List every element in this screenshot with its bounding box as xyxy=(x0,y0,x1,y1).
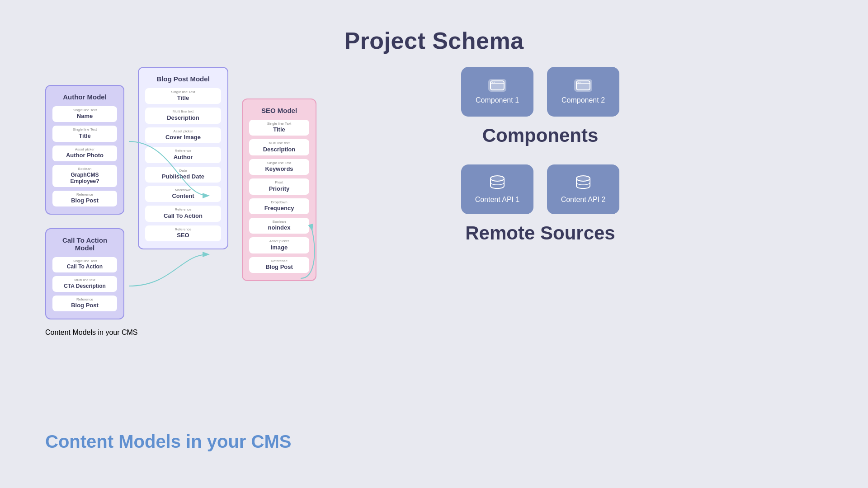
author-employee-field: Boolean GraphCMS Employee? xyxy=(52,165,117,187)
author-name-field: Single line Text Name xyxy=(52,106,117,122)
author-photo-field: Asset picker Author Photo xyxy=(52,145,117,161)
component-2-icon xyxy=(574,79,592,92)
content-api-2-icon xyxy=(575,175,591,191)
cta-model-title: Call To Action Model xyxy=(52,236,117,252)
components-section: Component 1 Component 2 xyxy=(461,67,823,146)
seo-title-field: Single line Text Title xyxy=(249,120,309,136)
components-heading: Components xyxy=(461,125,619,146)
seo-frequency-field: Dropdown Frequency xyxy=(249,198,309,214)
cta-model-card: Call To Action Model Single line Text Ca… xyxy=(45,228,124,319)
content-models-footer-label: Content Models in your CMS xyxy=(45,432,291,452)
remote-sources-heading: Remote Sources xyxy=(461,222,619,244)
cta-blogpost-field: Reference Blog Post xyxy=(52,296,117,311)
svg-point-6 xyxy=(578,82,579,83)
cta-action-field: Single line Text Call To Action xyxy=(52,257,117,272)
cta-description-field: Multi line text CTA Description xyxy=(52,276,117,291)
author-model-card: Author Model Single line Text Name Singl… xyxy=(45,85,124,215)
page-title: Project Schema xyxy=(0,0,868,54)
content-api-2-label: Content API 2 xyxy=(561,196,606,204)
content-api-1-card: Content API 1 xyxy=(461,164,533,214)
author-blogpost-field: Reference Blog Post xyxy=(52,191,117,206)
component-2-card: Component 2 xyxy=(547,67,619,117)
bp-cta-field: Reference Call To Action xyxy=(145,206,221,221)
svg-point-3 xyxy=(494,82,495,83)
seo-priority-field: Float Priority xyxy=(249,178,309,194)
content-api-1-label: Content API 1 xyxy=(475,196,520,204)
remote-sources-section: Content API 1 Content API 2 xyxy=(461,164,823,244)
seo-model-card: SEO Model Single line Text Title Multi l… xyxy=(242,99,316,281)
component-1-card: Component 1 xyxy=(461,67,533,117)
svg-point-2 xyxy=(492,82,493,83)
bp-author-field: Reference Author xyxy=(145,147,221,163)
component-1-icon xyxy=(488,79,506,92)
author-title-field: Single line Text Title xyxy=(52,126,117,141)
svg-rect-1 xyxy=(491,83,504,84)
seo-blogpost-field: Reference Blog Post xyxy=(249,257,309,273)
author-model-title: Author Model xyxy=(52,93,117,101)
bp-description-field: Multi line text Description xyxy=(145,108,221,123)
seo-image-field: Asset picker Image xyxy=(249,237,309,253)
bp-seo-field: Reference SEO xyxy=(145,225,221,241)
page-container: Project Schema Author Model Single line … xyxy=(0,0,868,488)
content-models-label: Content Models in your CMS xyxy=(45,328,389,337)
svg-point-8 xyxy=(491,176,504,181)
seo-model-title: SEO Model xyxy=(249,107,309,114)
blog-post-model-title: Blog Post Model xyxy=(145,75,221,83)
content-api-1-icon xyxy=(489,175,505,191)
seo-noindex-field: Boolean noindex xyxy=(249,218,309,234)
component-2-label: Component 2 xyxy=(561,96,605,104)
bp-title-field: Single line Text Title xyxy=(145,88,221,104)
component-1-label: Component 1 xyxy=(476,96,519,104)
svg-rect-5 xyxy=(576,83,590,84)
svg-point-7 xyxy=(580,82,580,83)
bp-content-field: Markdown Content xyxy=(145,186,221,202)
bp-publisheddate-field: Date Published Date xyxy=(145,167,221,183)
blog-post-model-card: Blog Post Model Single line Text Title M… xyxy=(138,67,228,249)
seo-description-field: Multi line text Description xyxy=(249,139,309,155)
svg-point-9 xyxy=(576,176,590,181)
seo-keywords-field: Single line Text Keywords xyxy=(249,159,309,175)
bp-coverimage-field: Asset picker Cover Image xyxy=(145,127,221,143)
content-api-2-card: Content API 2 xyxy=(547,164,619,214)
